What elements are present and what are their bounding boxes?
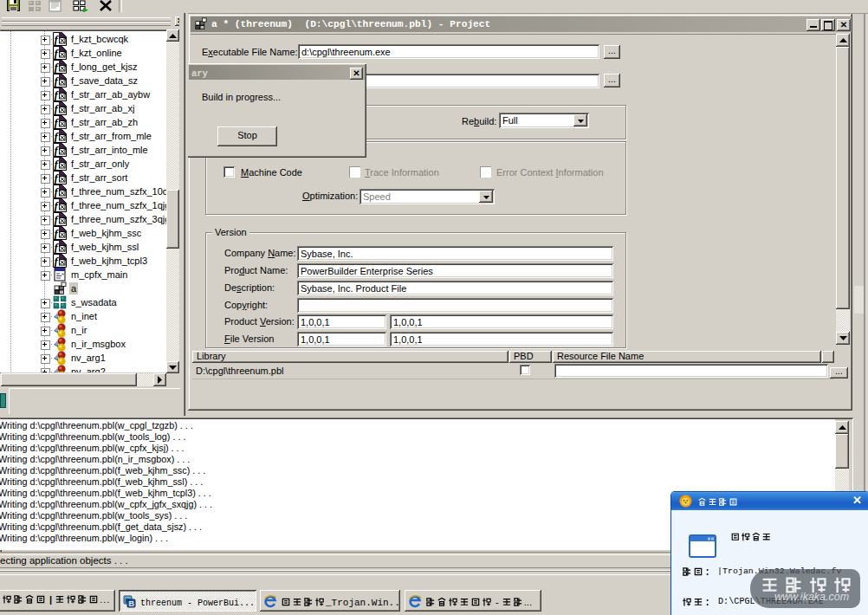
svg-text:P: P [126, 597, 131, 605]
